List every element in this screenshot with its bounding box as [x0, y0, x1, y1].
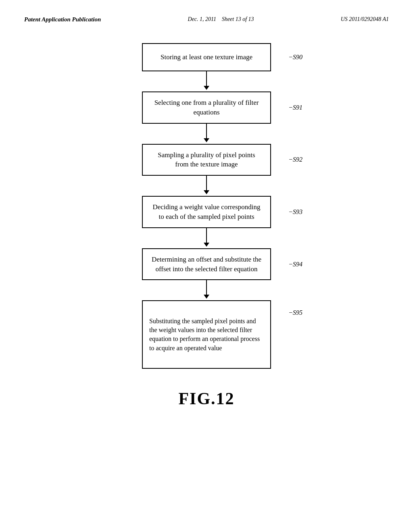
arrow-3 — [204, 176, 209, 196]
arrow-line-2 — [206, 124, 207, 138]
label-s93: −S93 — [288, 208, 302, 216]
arrow-line-4 — [206, 228, 207, 243]
step-row-s92: Sampling a plurality of pixel points fro… — [24, 144, 389, 176]
patent-number: US 2011/0292048 A1 — [341, 16, 389, 23]
arrow-head-1 — [204, 86, 209, 90]
arrow-head-5 — [204, 295, 209, 299]
flowchart: Storing at least one texture image −S90 … — [24, 43, 389, 369]
date-label: Dec. 1, 2011 Sheet 13 of 13 — [188, 16, 254, 23]
box-s91-text: Selecting one from a plurality of filter… — [151, 98, 262, 117]
step-row-s90: Storing at least one texture image −S90 — [24, 43, 389, 71]
arrow-2 — [204, 124, 209, 144]
publication-label: Patent Application Publication — [24, 16, 101, 23]
box-s94-text: Determining an offset and substitute the… — [151, 255, 262, 274]
label-s94: −S94 — [288, 260, 302, 268]
arrow-1 — [204, 71, 209, 91]
label-s92: −S92 — [288, 155, 302, 164]
box-s95-text: Substituting the sampled pixel points an… — [149, 317, 264, 353]
box-s92: Sampling a plurality of pixel points fro… — [142, 144, 271, 176]
arrow-4 — [204, 228, 209, 248]
label-s95: −S95 — [288, 308, 302, 317]
arrow-5 — [204, 280, 209, 300]
box-s94: Determining an offset and substitute the… — [142, 248, 271, 281]
label-s90: −S90 — [288, 53, 302, 62]
step-row-s94: Determining an offset and substitute the… — [24, 248, 389, 281]
arrow-line-5 — [206, 280, 207, 295]
arrow-head-2 — [204, 138, 209, 142]
step-row-s95: Substituting the sampled pixel points an… — [24, 300, 389, 369]
step-row-s93: Deciding a weight value corresponding to… — [24, 196, 389, 228]
arrow-line-3 — [206, 176, 207, 190]
arrow-line-1 — [206, 71, 207, 86]
step-row-s91: Selecting one from a plurality of filter… — [24, 91, 389, 124]
page: Patent Application Publication Dec. 1, 2… — [0, 0, 413, 532]
box-s95: Substituting the sampled pixel points an… — [142, 300, 271, 369]
box-s93: Deciding a weight value corresponding to… — [142, 196, 271, 228]
box-s90-text: Storing at least one texture image — [161, 52, 252, 62]
arrow-head-4 — [204, 243, 209, 247]
box-s92-text: Sampling a plurality of pixel points fro… — [151, 150, 262, 170]
page-header: Patent Application Publication Dec. 1, 2… — [24, 16, 389, 23]
box-s90: Storing at least one texture image −S90 — [142, 43, 271, 71]
figure-caption: FIG.12 — [24, 389, 389, 408]
box-s91: Selecting one from a plurality of filter… — [142, 91, 271, 124]
box-s93-text: Deciding a weight value corresponding to… — [151, 202, 262, 222]
label-s91: −S91 — [288, 103, 302, 112]
arrow-head-3 — [204, 190, 209, 194]
